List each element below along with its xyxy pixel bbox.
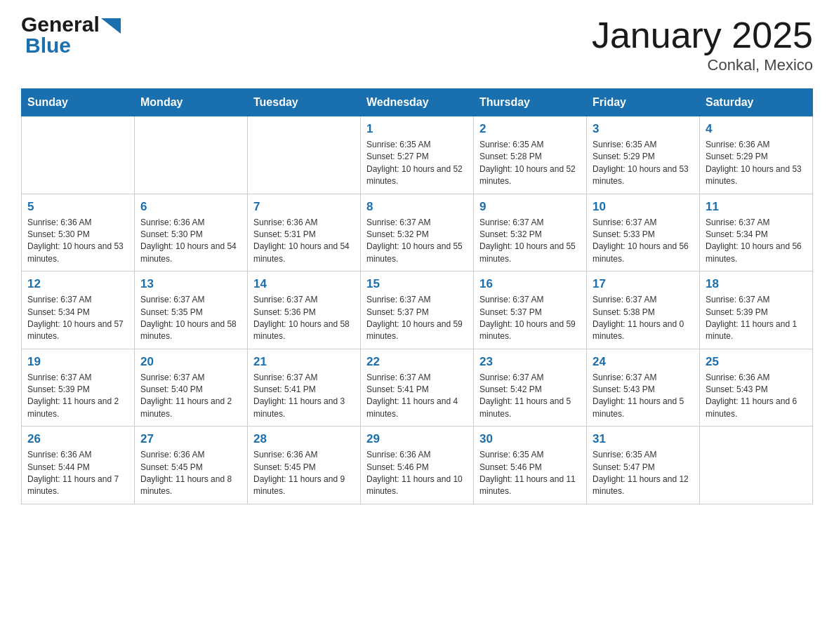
calendar-cell <box>248 116 361 194</box>
calendar-cell <box>135 116 248 194</box>
cell-day-number: 18 <box>706 277 807 291</box>
cell-day-number: 11 <box>706 200 807 214</box>
cell-day-number: 16 <box>479 277 581 291</box>
calendar-cell: 25Sunrise: 6:36 AM Sunset: 5:43 PM Dayli… <box>700 349 813 427</box>
calendar-cell: 11Sunrise: 6:37 AM Sunset: 5:34 PM Dayli… <box>700 194 813 271</box>
cell-day-number: 6 <box>140 200 241 214</box>
calendar-cell: 27Sunrise: 6:36 AM Sunset: 5:45 PM Dayli… <box>135 427 248 504</box>
cell-day-number: 26 <box>27 432 128 446</box>
cell-sun-info: Sunrise: 6:36 AM Sunset: 5:45 PM Dayligh… <box>140 449 241 498</box>
week-row-4: 19Sunrise: 6:37 AM Sunset: 5:39 PM Dayli… <box>22 349 813 427</box>
week-row-1: 1Sunrise: 6:35 AM Sunset: 5:27 PM Daylig… <box>22 116 813 194</box>
cell-sun-info: Sunrise: 6:35 AM Sunset: 5:27 PM Dayligh… <box>366 139 468 188</box>
calendar-cell: 1Sunrise: 6:35 AM Sunset: 5:27 PM Daylig… <box>361 116 474 194</box>
header-cell-wednesday: Wednesday <box>361 89 474 116</box>
cell-day-number: 5 <box>27 200 128 214</box>
calendar-subtitle: Conkal, Mexico <box>592 56 813 74</box>
calendar-cell: 13Sunrise: 6:37 AM Sunset: 5:35 PM Dayli… <box>135 271 248 349</box>
calendar-cell: 17Sunrise: 6:37 AM Sunset: 5:38 PM Dayli… <box>587 271 700 349</box>
week-row-5: 26Sunrise: 6:36 AM Sunset: 5:44 PM Dayli… <box>22 427 813 504</box>
header-cell-thursday: Thursday <box>474 89 587 116</box>
cell-sun-info: Sunrise: 6:36 AM Sunset: 5:30 PM Dayligh… <box>27 217 128 266</box>
page-header: General Blue January 2025 Conkal, Mexico <box>21 14 813 74</box>
calendar-cell: 22Sunrise: 6:37 AM Sunset: 5:41 PM Dayli… <box>361 349 474 427</box>
cell-sun-info: Sunrise: 6:37 AM Sunset: 5:33 PM Dayligh… <box>593 217 694 266</box>
cell-day-number: 28 <box>253 432 355 446</box>
cell-day-number: 1 <box>366 122 468 136</box>
cell-day-number: 25 <box>706 355 807 369</box>
cell-sun-info: Sunrise: 6:35 AM Sunset: 5:46 PM Dayligh… <box>479 449 581 498</box>
cell-sun-info: Sunrise: 6:37 AM Sunset: 5:39 PM Dayligh… <box>27 372 128 421</box>
cell-sun-info: Sunrise: 6:37 AM Sunset: 5:38 PM Dayligh… <box>593 294 694 343</box>
calendar-title: January 2025 <box>592 14 813 56</box>
calendar-cell: 15Sunrise: 6:37 AM Sunset: 5:37 PM Dayli… <box>361 271 474 349</box>
logo-triangle-icon <box>101 18 121 34</box>
logo-blue-text: Blue <box>25 34 71 57</box>
cell-day-number: 27 <box>140 432 241 446</box>
cell-day-number: 7 <box>253 200 355 214</box>
cell-sun-info: Sunrise: 6:37 AM Sunset: 5:42 PM Dayligh… <box>479 372 581 421</box>
calendar-cell: 29Sunrise: 6:36 AM Sunset: 5:46 PM Dayli… <box>361 427 474 504</box>
calendar-cell <box>22 116 135 194</box>
cell-day-number: 30 <box>479 432 581 446</box>
logo: General Blue <box>21 14 121 56</box>
cell-sun-info: Sunrise: 6:37 AM Sunset: 5:43 PM Dayligh… <box>593 372 694 421</box>
cell-sun-info: Sunrise: 6:36 AM Sunset: 5:43 PM Dayligh… <box>706 372 807 421</box>
calendar-cell: 5Sunrise: 6:36 AM Sunset: 5:30 PM Daylig… <box>22 194 135 271</box>
header-row: SundayMondayTuesdayWednesdayThursdayFrid… <box>22 89 813 116</box>
title-area: January 2025 Conkal, Mexico <box>592 14 813 74</box>
calendar-cell: 3Sunrise: 6:35 AM Sunset: 5:29 PM Daylig… <box>587 116 700 194</box>
calendar-cell: 14Sunrise: 6:37 AM Sunset: 5:36 PM Dayli… <box>248 271 361 349</box>
cell-sun-info: Sunrise: 6:37 AM Sunset: 5:40 PM Dayligh… <box>140 372 241 421</box>
cell-sun-info: Sunrise: 6:37 AM Sunset: 5:32 PM Dayligh… <box>366 217 468 266</box>
calendar-cell: 9Sunrise: 6:37 AM Sunset: 5:32 PM Daylig… <box>474 194 587 271</box>
cell-day-number: 22 <box>366 355 468 369</box>
calendar-cell <box>700 427 813 504</box>
header-cell-saturday: Saturday <box>700 89 813 116</box>
cell-sun-info: Sunrise: 6:37 AM Sunset: 5:34 PM Dayligh… <box>27 294 128 343</box>
calendar-cell: 31Sunrise: 6:35 AM Sunset: 5:47 PM Dayli… <box>587 427 700 504</box>
cell-day-number: 3 <box>593 122 694 136</box>
cell-sun-info: Sunrise: 6:37 AM Sunset: 5:36 PM Dayligh… <box>253 294 355 343</box>
calendar-cell: 28Sunrise: 6:36 AM Sunset: 5:45 PM Dayli… <box>248 427 361 504</box>
header-cell-sunday: Sunday <box>22 89 135 116</box>
calendar-cell: 26Sunrise: 6:36 AM Sunset: 5:44 PM Dayli… <box>22 427 135 504</box>
calendar-header: SundayMondayTuesdayWednesdayThursdayFrid… <box>22 89 813 116</box>
calendar-cell: 19Sunrise: 6:37 AM Sunset: 5:39 PM Dayli… <box>22 349 135 427</box>
cell-day-number: 19 <box>27 355 128 369</box>
header-cell-tuesday: Tuesday <box>248 89 361 116</box>
cell-day-number: 14 <box>253 277 355 291</box>
cell-day-number: 12 <box>27 277 128 291</box>
logo-general-text: General <box>21 14 100 35</box>
cell-sun-info: Sunrise: 6:37 AM Sunset: 5:37 PM Dayligh… <box>366 294 468 343</box>
calendar-cell: 18Sunrise: 6:37 AM Sunset: 5:39 PM Dayli… <box>700 271 813 349</box>
calendar-body: 1Sunrise: 6:35 AM Sunset: 5:27 PM Daylig… <box>22 116 813 504</box>
cell-day-number: 21 <box>253 355 355 369</box>
calendar-cell: 23Sunrise: 6:37 AM Sunset: 5:42 PM Dayli… <box>474 349 587 427</box>
calendar-cell: 8Sunrise: 6:37 AM Sunset: 5:32 PM Daylig… <box>361 194 474 271</box>
cell-sun-info: Sunrise: 6:36 AM Sunset: 5:29 PM Dayligh… <box>706 139 807 188</box>
cell-sun-info: Sunrise: 6:36 AM Sunset: 5:46 PM Dayligh… <box>366 449 468 498</box>
week-row-2: 5Sunrise: 6:36 AM Sunset: 5:30 PM Daylig… <box>22 194 813 271</box>
cell-day-number: 23 <box>479 355 581 369</box>
cell-day-number: 4 <box>706 122 807 136</box>
cell-sun-info: Sunrise: 6:37 AM Sunset: 5:35 PM Dayligh… <box>140 294 241 343</box>
cell-day-number: 2 <box>479 122 581 136</box>
cell-sun-info: Sunrise: 6:35 AM Sunset: 5:28 PM Dayligh… <box>479 139 581 188</box>
cell-sun-info: Sunrise: 6:37 AM Sunset: 5:41 PM Dayligh… <box>253 372 355 421</box>
header-cell-monday: Monday <box>135 89 248 116</box>
cell-sun-info: Sunrise: 6:36 AM Sunset: 5:30 PM Dayligh… <box>140 217 241 266</box>
cell-day-number: 9 <box>479 200 581 214</box>
calendar-cell: 30Sunrise: 6:35 AM Sunset: 5:46 PM Dayli… <box>474 427 587 504</box>
cell-sun-info: Sunrise: 6:35 AM Sunset: 5:29 PM Dayligh… <box>593 139 694 188</box>
calendar-cell: 20Sunrise: 6:37 AM Sunset: 5:40 PM Dayli… <box>135 349 248 427</box>
cell-sun-info: Sunrise: 6:37 AM Sunset: 5:34 PM Dayligh… <box>706 217 807 266</box>
cell-day-number: 10 <box>593 200 694 214</box>
cell-sun-info: Sunrise: 6:37 AM Sunset: 5:37 PM Dayligh… <box>479 294 581 343</box>
calendar-cell: 10Sunrise: 6:37 AM Sunset: 5:33 PM Dayli… <box>587 194 700 271</box>
cell-day-number: 20 <box>140 355 241 369</box>
calendar-cell: 7Sunrise: 6:36 AM Sunset: 5:31 PM Daylig… <box>248 194 361 271</box>
calendar-cell: 2Sunrise: 6:35 AM Sunset: 5:28 PM Daylig… <box>474 116 587 194</box>
cell-sun-info: Sunrise: 6:36 AM Sunset: 5:45 PM Dayligh… <box>253 449 355 498</box>
calendar-table: SundayMondayTuesdayWednesdayThursdayFrid… <box>21 88 813 504</box>
